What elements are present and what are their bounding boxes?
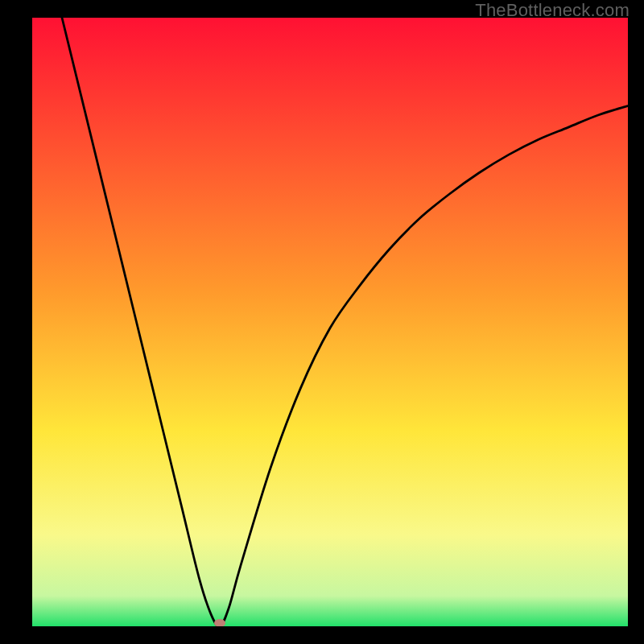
chart-frame: TheBottleneck.com: [0, 0, 644, 644]
bottleneck-curve: [32, 18, 628, 626]
optimal-point-marker: [214, 619, 225, 626]
plot-area: [32, 18, 628, 626]
attribution-label: TheBottleneck.com: [475, 0, 630, 21]
